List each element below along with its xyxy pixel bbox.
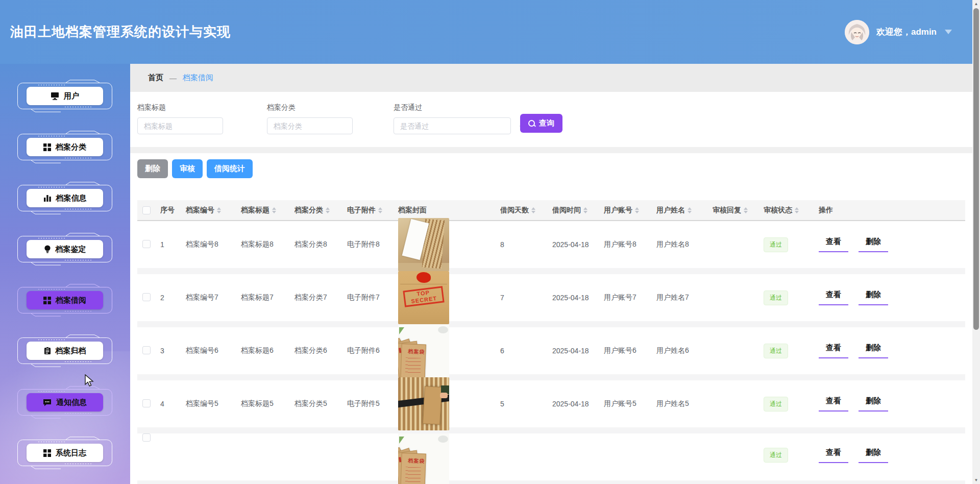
view-button[interactable]: 查看 [819,396,848,412]
column-header[interactable]: 借阅时间 [552,206,604,215]
column-header[interactable]: 借阅天数 [500,206,552,215]
archive-cover-image[interactable] [398,377,449,430]
sort-caret-icon[interactable] [583,207,587,213]
cell-archive-no: 档案编号5 [186,399,241,408]
cell-archive-category: 档案分类8 [295,240,347,249]
column-header[interactable]: 审核回复 [713,206,764,215]
cell-archive-no: 档案编号8 [186,240,241,249]
archive-cover-image[interactable]: 档案袋 [398,324,449,377]
cell-actions: 查看 删除 [819,343,965,358]
cell-actions: 查看 删除 [819,237,965,252]
column-header[interactable]: 操作 [819,206,965,215]
view-button[interactable]: 查看 [819,237,848,252]
pass-status-select[interactable] [394,117,511,134]
column-header[interactable]: 用户账号 [604,206,656,215]
column-header[interactable]: 用户姓名 [656,206,713,215]
borrow-stats-button[interactable]: 借阅统计 [207,159,253,178]
column-header[interactable]: 电子附件 [347,206,398,215]
column-header[interactable]: 档案编号 [186,206,241,215]
cell-borrow-date: 2025-04-18 [552,347,604,355]
delete-button[interactable]: 删除 [137,159,168,178]
row-checkbox[interactable] [142,346,151,354]
table-body: 1 档案编号8 档案标题8 档案分类8 电子附件8 8 2025-04-18 用… [137,221,965,484]
row-delete-button[interactable]: 删除 [859,343,888,358]
table-row: 1 档案编号8 档案标题8 档案分类8 电子附件8 8 2025-04-18 用… [137,221,965,274]
cell-borrow-date: 2025-04-18 [552,240,604,249]
row-checkbox[interactable] [142,293,151,301]
sidebar-item-6[interactable]: 档案归档 [17,334,113,367]
cell-borrow-days: 5 [500,400,552,408]
column-header[interactable] [137,206,160,214]
sort-caret-icon[interactable] [635,207,639,213]
avatar[interactable] [845,20,869,44]
sort-caret-icon[interactable] [272,207,276,213]
row-checkbox[interactable] [142,240,151,248]
sort-caret-icon[interactable] [688,207,692,213]
page-scrollbar[interactable]: ▲ ▼ [972,0,980,484]
clipboard-icon [44,347,51,355]
sidebar-item-4[interactable]: 档案鉴定 [17,233,113,265]
sort-caret-icon[interactable] [531,207,535,213]
cell-index: 3 [160,347,186,355]
sidebar: 用户 档案分类 档案信息 [0,64,130,484]
app-header: 油田土地档案管理系统的设计与实现 欢迎您，admin [0,0,972,64]
sidebar-item-2[interactable]: 档案分类 [17,131,113,163]
chat-icon [43,399,52,406]
column-header[interactable]: 档案标题 [241,206,295,215]
cell-actions: 查看 删除 [819,396,965,412]
archive-title-input[interactable] [137,117,223,134]
scroll-up-icon[interactable]: ▲ [972,0,980,8]
table-row: 3 档案编号6 档案标题6 档案分类6 电子附件6 档案袋 6 2025-04-… [137,327,965,380]
status-badge: 通过 [764,397,788,412]
page-title: 油田土地档案管理系统的设计与实现 [10,23,231,41]
archive-cover-image[interactable]: 档案袋 [398,433,449,484]
scrollbar-thumb[interactable] [973,8,979,330]
grid-icon [43,449,51,457]
scroll-down-icon[interactable]: ▼ [972,476,980,484]
column-header[interactable]: 档案封面 [398,206,500,215]
user-menu[interactable]: 欢迎您，admin [845,0,952,64]
archive-cover-image[interactable] [398,218,449,271]
sidebar-item-8[interactable]: 系统日志 [17,437,113,469]
column-header[interactable]: 序号 [160,206,186,215]
table-row: 2 档案编号7 档案标题7 档案分类7 电子附件7 TOPSECRET 7 20… [137,274,965,327]
status-badge: 通过 [764,291,788,305]
row-checkbox[interactable] [142,399,151,407]
search-button[interactable]: 查询 [520,114,562,133]
breadcrumb-home[interactable]: 首页 [148,73,163,83]
cell-archive-no: 档案编号7 [186,293,241,302]
select-all-checkbox[interactable] [142,206,151,214]
row-delete-button[interactable]: 删除 [859,290,888,305]
sort-caret-icon[interactable] [795,207,799,213]
archive-cover-image[interactable]: TOPSECRET [398,271,449,324]
chevron-down-icon[interactable] [945,30,952,34]
view-button[interactable]: 查看 [819,290,848,305]
grid-icon [43,297,51,304]
row-delete-button[interactable]: 删除 [859,448,888,463]
breadcrumb-current[interactable]: 档案借阅 [183,73,213,83]
view-button[interactable]: 查看 [819,448,848,463]
cell-index: 1 [160,240,186,249]
sort-caret-icon[interactable] [744,207,748,213]
cell-archive-title: 档案标题5 [241,399,295,408]
audit-button[interactable]: 审核 [172,159,203,178]
sort-caret-icon[interactable] [217,207,221,213]
sort-caret-icon[interactable] [378,207,382,213]
cell-attachment: 电子附件5 [347,399,398,408]
view-button[interactable]: 查看 [819,343,848,358]
cell-attachment: 电子附件7 [347,293,398,302]
column-header[interactable]: 审核状态 [764,206,819,215]
sidebar-item-1[interactable]: 用户 [17,80,113,112]
search-icon [528,120,535,127]
sidebar-item-3[interactable]: 档案信息 [17,182,113,214]
row-checkbox[interactable] [142,433,151,442]
row-delete-button[interactable]: 删除 [859,237,888,252]
cell-index: 2 [160,294,186,302]
sidebar-item-7[interactable]: 通知信息 [17,386,113,419]
sort-caret-icon[interactable] [326,207,330,213]
cell-index: 4 [160,400,186,408]
archive-category-input[interactable] [267,117,353,134]
column-header[interactable]: 档案分类 [295,206,347,215]
row-delete-button[interactable]: 删除 [859,396,888,412]
sidebar-item-5[interactable]: 档案借阅 [17,284,113,317]
